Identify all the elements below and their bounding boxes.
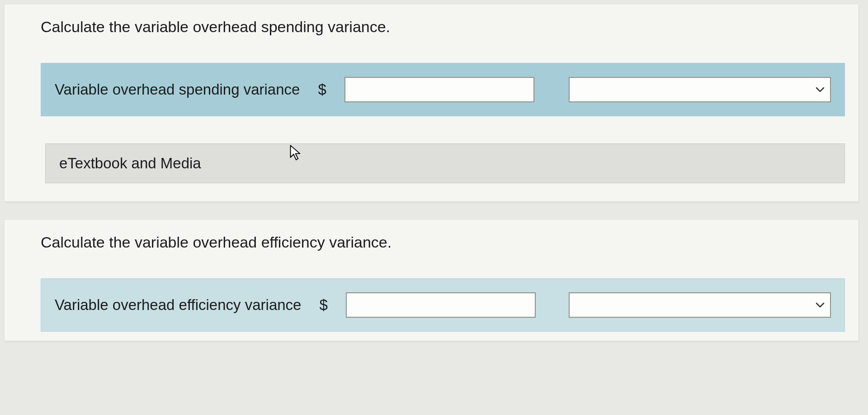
question-prompt: Calculate the variable overhead spending… <box>41 18 845 36</box>
answer-row-efficiency: Variable overhead efficiency variance $ <box>41 278 845 332</box>
currency-symbol: $ <box>318 81 326 98</box>
efficiency-variance-input[interactable] <box>346 292 536 318</box>
etextbook-media-label: eTextbook and Media <box>59 155 201 172</box>
efficiency-variance-select[interactable] <box>569 292 831 318</box>
spending-variance-select[interactable] <box>569 77 831 102</box>
row-label-spending: Variable overhead spending variance <box>55 81 300 98</box>
etextbook-media-bar[interactable]: eTextbook and Media <box>45 143 845 183</box>
row-label-efficiency: Variable overhead efficiency variance <box>55 296 301 314</box>
spending-variance-input[interactable] <box>344 77 534 102</box>
question-prompt: Calculate the variable overhead efficien… <box>41 234 845 251</box>
question-panel-efficiency: Calculate the variable overhead efficien… <box>5 220 859 341</box>
spending-variance-select-wrap <box>569 77 831 102</box>
question-panel-spending: Calculate the variable overhead spending… <box>5 5 859 202</box>
answer-row-spending: Variable overhead spending variance $ <box>41 63 845 116</box>
currency-symbol: $ <box>319 296 327 314</box>
efficiency-variance-select-wrap <box>569 292 831 318</box>
